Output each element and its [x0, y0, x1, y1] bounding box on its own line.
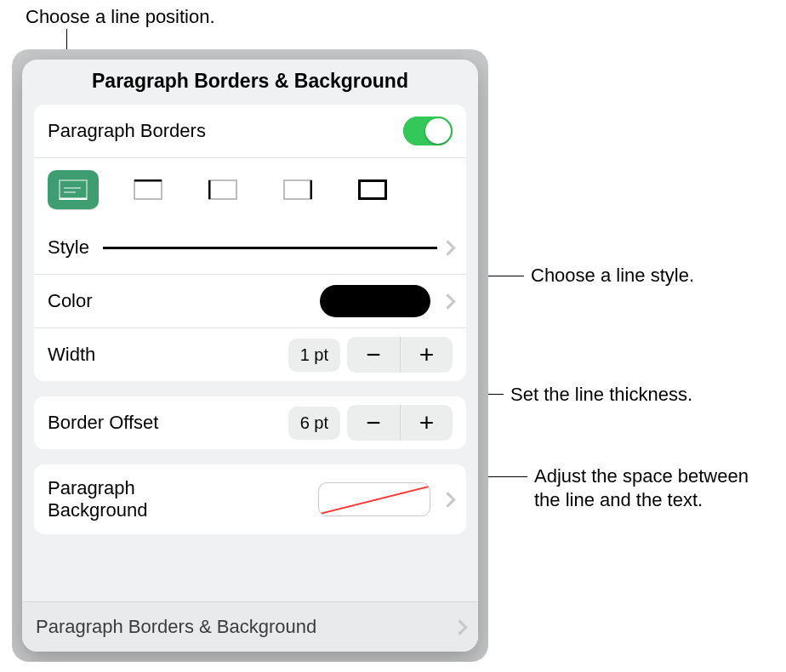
line-style-preview	[103, 247, 437, 249]
borders-background-source-row[interactable]: Paragraph Borders & Background	[22, 601, 478, 652]
border-offset-row: Border Offset 6 pt − +	[34, 396, 466, 449]
chevron-right-icon	[442, 239, 453, 256]
paragraph-background-row[interactable]: Paragraph Background	[34, 464, 466, 534]
border-offset-label: Border Offset	[48, 412, 158, 434]
color-row[interactable]: Color	[34, 274, 466, 327]
svg-rect-4	[134, 180, 162, 199]
width-value: 1 pt	[288, 339, 340, 372]
chevron-right-icon	[442, 293, 453, 310]
chevron-right-icon	[454, 618, 464, 635]
color-well[interactable]	[320, 285, 430, 317]
border-top-icon	[134, 179, 162, 200]
source-row-label: Paragraph Borders & Background	[36, 616, 454, 638]
paragraph-borders-toggle-row: Paragraph Borders	[34, 105, 466, 157]
callout-line-style: Choose a line style.	[531, 264, 694, 288]
svg-rect-8	[284, 180, 311, 199]
paragraph-background-group: Paragraph Background	[34, 464, 466, 534]
border-right-icon	[283, 179, 312, 200]
svg-rect-0	[60, 180, 87, 199]
toggle-knob	[425, 118, 451, 144]
callout-line-width: Set the line thickness.	[510, 383, 692, 407]
border-offset-group: Border Offset 6 pt − +	[34, 396, 466, 449]
color-label: Color	[48, 290, 93, 312]
style-row[interactable]: Style	[34, 221, 466, 274]
line-position-top[interactable]	[122, 170, 174, 209]
border-outline-icon	[358, 179, 387, 200]
width-stepper: − +	[347, 337, 453, 373]
line-position-outline[interactable]	[347, 170, 398, 209]
line-position-segmented	[34, 157, 466, 221]
offset-increment[interactable]: +	[400, 405, 453, 441]
paragraph-borders-toggle[interactable]	[403, 117, 453, 145]
background-color-well[interactable]	[318, 482, 430, 516]
border-left-icon	[208, 179, 237, 200]
style-label: Style	[48, 236, 89, 259]
paragraph-borders-label: Paragraph Borders	[48, 120, 206, 142]
offset-decrement[interactable]: −	[347, 405, 400, 441]
chevron-right-icon	[442, 491, 453, 508]
borders-background-popover: Paragraph Borders & Background Paragraph…	[22, 60, 478, 652]
paragraph-background-label: Paragraph Background	[48, 477, 147, 522]
width-decrement[interactable]: −	[347, 337, 400, 373]
popover-shadow: Paragraph Borders & Background Paragraph…	[12, 49, 488, 662]
line-position-left[interactable]	[197, 170, 248, 209]
svg-rect-6	[209, 180, 236, 199]
border-offset-stepper: − +	[347, 405, 453, 441]
width-increment[interactable]: +	[400, 337, 453, 373]
callout-border-offset: Adjust the space between the line and th…	[534, 464, 772, 511]
callout-line-position: Choose a line position.	[26, 5, 215, 29]
paragraph-borders-group: Paragraph Borders	[34, 105, 466, 381]
width-label: Width	[48, 344, 95, 366]
border-bottom-icon	[59, 179, 88, 200]
popover-title: Paragraph Borders & Background	[22, 60, 478, 105]
width-row: Width 1 pt − +	[34, 327, 466, 381]
line-position-bottom[interactable]	[48, 170, 99, 209]
line-position-right[interactable]	[272, 170, 323, 209]
border-offset-value: 6 pt	[288, 407, 340, 440]
svg-rect-10	[360, 181, 386, 199]
